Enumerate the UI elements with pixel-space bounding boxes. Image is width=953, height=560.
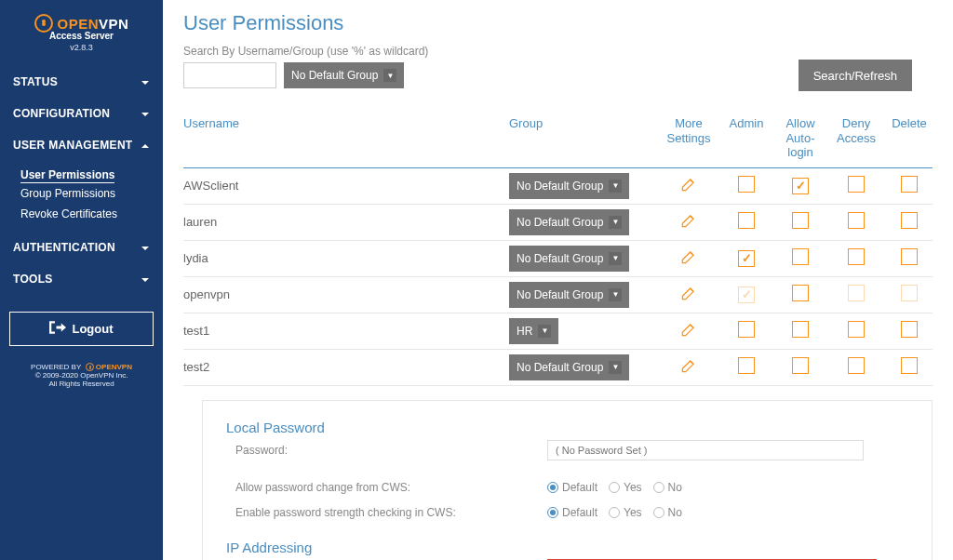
search-input[interactable] [183,62,276,88]
dropdown-arrow-icon: ▼ [383,69,396,82]
search-refresh-button[interactable]: Search/Refresh [799,60,912,91]
more-settings-button[interactable] [678,247,699,268]
deny-access-checkbox[interactable] [848,176,865,193]
deny-access-checkbox[interactable] [848,357,865,374]
deny-access-checkbox[interactable] [848,248,865,265]
deny-access-checkbox[interactable] [848,285,865,301]
user-table: Username Group MoreSettings Admin AllowA… [183,116,933,386]
table-row: lydiaNo Default Group▼ [183,241,933,277]
admin-checkbox[interactable] [738,321,755,338]
group-filter-select[interactable]: No Default Group▼ [284,62,404,88]
cell-username: openvpn [183,287,509,301]
delete-checkbox[interactable] [901,212,918,229]
deny-access-checkbox[interactable] [848,321,865,338]
row-group-select[interactable]: No Default Group▼ [509,209,629,235]
brand-subtitle: Access Server [9,31,154,41]
dropdown-arrow-icon: ▼ [609,288,622,301]
delete-checkbox[interactable] [901,176,918,193]
auto-login-checkbox[interactable] [792,285,809,301]
dropdown-arrow-icon: ▼ [609,180,622,193]
auto-login-checkbox[interactable] [792,212,809,229]
cell-username: test1 [183,324,509,338]
nav-user-management[interactable]: USER MANAGEMENT [0,129,163,161]
auto-login-checkbox[interactable] [792,248,809,265]
row-group-select[interactable]: No Default Group▼ [509,173,629,199]
radio-allow-change-yes[interactable]: Yes [609,481,642,494]
logout-button[interactable]: Logout [9,312,154,346]
strength-label: Enable password strength checking in CWS… [226,506,547,519]
table-row: openvpnNo Default Group▼ [183,277,933,313]
allow-change-label: Allow password change from CWS: [226,481,547,494]
chevron-down-icon [141,274,150,284]
user-settings-panel: Local Password Password: Allow password … [202,400,933,560]
admin-checkbox[interactable] [738,176,755,193]
th-group: Group [509,116,658,160]
table-row: laurenNo Default Group▼ [183,205,933,241]
admin-checkbox[interactable] [738,287,755,303]
radio-strength-yes[interactable]: Yes [609,506,642,519]
chevron-down-icon [141,243,150,252]
section-local-password: Local Password [226,420,908,435]
auto-login-checkbox[interactable] [792,178,809,194]
more-settings-button[interactable] [678,211,699,232]
dropdown-arrow-icon: ▼ [538,325,551,338]
th-admin: Admin [719,116,773,160]
th-username: Username [183,116,509,160]
brand-logo: OPENVPN Access Server v2.8.3 [0,9,163,66]
brand-version: v2.8.3 [9,43,154,52]
subnav-group-permissions[interactable]: Group Permissions [20,183,163,204]
admin-checkbox[interactable] [738,250,755,267]
auto-login-checkbox[interactable] [792,357,809,374]
radio-allow-change-no[interactable]: No [653,481,682,494]
table-header: Username Group MoreSettings Admin AllowA… [183,116,933,168]
nav-status[interactable]: STATUS [0,66,163,98]
admin-checkbox[interactable] [738,357,755,374]
dropdown-arrow-icon: ▼ [609,216,622,229]
subnav-revoke-certificates[interactable]: Revoke Certificates [20,204,163,224]
more-settings-button[interactable] [678,175,699,195]
auto-login-checkbox[interactable] [792,321,809,338]
delete-checkbox[interactable] [901,357,918,374]
chevron-up-icon [141,140,150,150]
row-group-select[interactable]: No Default Group▼ [509,354,629,380]
dropdown-arrow-icon: ▼ [609,252,622,265]
password-input[interactable] [547,440,864,460]
nav-configuration[interactable]: CONFIGURATION [0,98,163,129]
search-label: Search By Username/Group (use '%' as wil… [183,45,933,58]
password-label: Password: [226,444,547,457]
radio-strength-no[interactable]: No [653,506,682,519]
dropdown-arrow-icon: ▼ [609,361,622,374]
radio-strength-default[interactable]: Default [547,506,597,519]
logout-icon [49,321,66,337]
delete-checkbox[interactable] [901,285,918,301]
more-settings-button[interactable] [678,284,699,304]
th-deny-access: DenyAccess [827,116,885,160]
delete-checkbox[interactable] [901,248,918,265]
deny-access-checkbox[interactable] [848,212,865,229]
row-group-select[interactable]: HR▼ [509,318,558,344]
th-auto-login: AllowAuto-login [773,116,827,160]
cell-username: test2 [183,360,509,374]
table-row: test1HR▼ [183,313,933,350]
main-content: User Permissions Search By Username/Grou… [163,0,953,560]
sidebar: OPENVPN Access Server v2.8.3 STATUS CONF… [0,0,163,560]
radio-allow-change-default[interactable]: Default [547,481,597,494]
more-settings-button[interactable] [678,356,699,377]
subnav-user-permissions[interactable]: User Permissions [20,165,114,183]
table-row: test2No Default Group▼ [183,350,933,386]
row-group-select[interactable]: No Default Group▼ [509,246,629,272]
chevron-down-icon [141,109,150,118]
page-title: User Permissions [183,11,933,35]
th-more-settings: MoreSettings [658,116,719,160]
subnav-user-management: User Permissions Group Permissions Revok… [0,161,163,232]
sidebar-footer: POWERED BY OPENVPN © 2009-2020 OpenVPN I… [0,363,163,388]
openvpn-icon [34,14,53,33]
cell-username: lydia [183,251,509,265]
admin-checkbox[interactable] [738,212,755,229]
row-group-select[interactable]: No Default Group▼ [509,282,629,308]
delete-checkbox[interactable] [901,321,918,338]
cell-username: AWSclient [183,179,509,193]
more-settings-button[interactable] [678,320,699,340]
nav-tools[interactable]: TOOLS [0,263,163,295]
nav-authentication[interactable]: AUTHENTICATION [0,232,163,263]
